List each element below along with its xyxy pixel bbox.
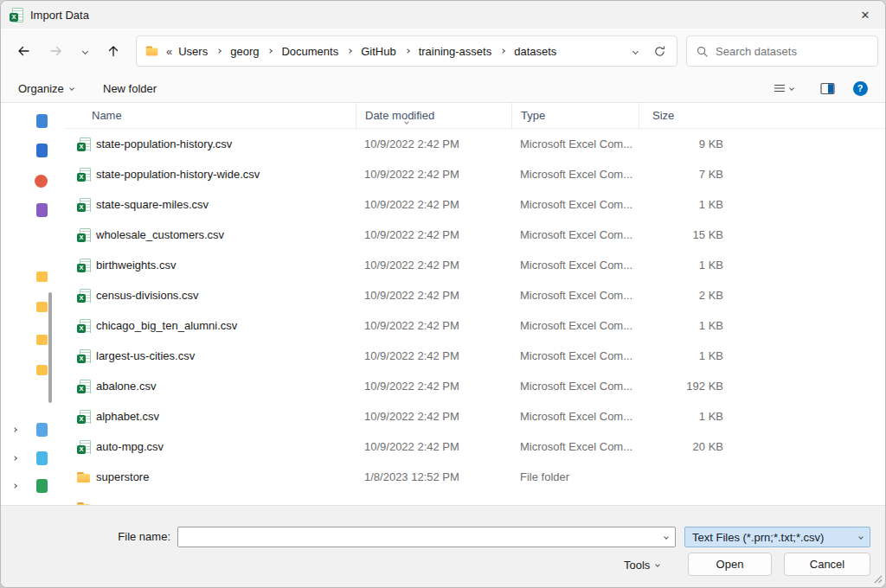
column-header-date-modified[interactable]: Date modified: [356, 103, 511, 128]
breadcrumb-chevron-icon[interactable]: [500, 48, 505, 54]
breadcrumb-item[interactable]: Users: [176, 45, 210, 58]
file-list: Name Date modified Type Size state-popul…: [66, 103, 885, 505]
title-bar: Import Data ✕: [1, 1, 885, 29]
table-row[interactable]: state-population-history.csv 10/9/2022 2…: [66, 129, 885, 159]
help-icon: [853, 81, 868, 96]
expand-chevron-icon[interactable]: [12, 427, 17, 432]
view-options-button[interactable]: [764, 78, 802, 99]
table-row[interactable]: wholesale_customers.csv 10/9/2022 2:42 P…: [66, 220, 885, 250]
sidebar-item[interactable]: [13, 113, 48, 129]
file-type: Microsoft Excel Com...: [511, 380, 639, 393]
file-name: auto-mpg.csv: [96, 440, 164, 453]
open-button[interactable]: Open: [688, 553, 772, 576]
sidebar-item[interactable]: [13, 143, 48, 158]
list-header: Name Date modified Type Size: [66, 103, 885, 129]
breadcrumb-item[interactable]: Documents: [279, 45, 341, 58]
table-row[interactable]: largest-us-cities.csv 10/9/2022 2:42 PM …: [66, 341, 885, 371]
breadcrumb-item[interactable]: datasets: [511, 45, 559, 58]
new-folder-label: New folder: [103, 82, 157, 95]
column-header-size[interactable]: Size: [639, 103, 732, 128]
table-row[interactable]: superstore 1/8/2023 12:52 PM File folder: [66, 462, 885, 492]
refresh-icon[interactable]: [647, 39, 671, 63]
back-button[interactable]: [10, 37, 37, 65]
sidebar-item[interactable]: [13, 332, 48, 348]
expand-chevron-icon[interactable]: [12, 456, 17, 461]
sidebar-item[interactable]: [13, 269, 48, 284]
search-box[interactable]: [686, 35, 878, 67]
file-name-combobox[interactable]: [177, 527, 676, 547]
column-header-type[interactable]: Type: [511, 103, 639, 128]
expand-chevron-icon[interactable]: [12, 483, 17, 489]
address-bar[interactable]: « UsersgeorgDocumentsGitHubtraining-asse…: [136, 35, 677, 67]
file-size: 9 KB: [639, 137, 732, 150]
file-type-dropdown-chevron-icon: [852, 527, 870, 546]
close-icon[interactable]: ✕: [845, 1, 885, 29]
file-date-modified: 10/9/2022 2:42 PM: [356, 168, 511, 181]
table-row[interactable]: census-divisions.csv 10/9/2022 2:42 PM M…: [66, 280, 885, 310]
pinned-item-icon-purple: [36, 203, 48, 217]
sidebar-item[interactable]: [13, 362, 48, 378]
breadcrumb-chevron-icon[interactable]: [405, 48, 410, 54]
breadcrumb-chevron-icon[interactable]: [347, 48, 352, 54]
breadcrumb-chevron-icon[interactable]: [268, 48, 273, 54]
breadcrumb-item[interactable]: training-assets: [416, 45, 495, 58]
file-name: census-divisions.csv: [96, 289, 199, 302]
search-input[interactable]: [716, 45, 869, 58]
sidebar-item[interactable]: [13, 451, 48, 466]
sidebar-item[interactable]: [13, 478, 48, 494]
excel-file-icon: [77, 228, 91, 242]
sidebar-item[interactable]: [13, 173, 48, 189]
recent-locations-chevron-icon[interactable]: [74, 37, 96, 65]
breadcrumb-chevron-icon[interactable]: [216, 48, 222, 54]
table-row[interactable]: alphabet.csv 10/9/2022 2:42 PM Microsoft…: [66, 401, 885, 431]
pinned-item-icon-red: [35, 175, 48, 188]
pinned-item-icon-blue: [36, 114, 48, 128]
column-header-name[interactable]: Name: [66, 103, 356, 128]
breadcrumb-item[interactable]: GitHub: [358, 45, 398, 58]
table-row[interactable]: state-square-miles.csv 10/9/2022 2:42 PM…: [66, 189, 885, 220]
file-date-modified: 10/9/2022 2:42 PM: [356, 289, 511, 302]
footer: File name: Text Files (*.prn;*.txt;*.csv…: [1, 505, 885, 588]
network-icon: [36, 479, 48, 493]
table-row[interactable]: chicago_big_ten_alumni.csv 10/9/2022 2:4…: [66, 310, 885, 341]
sidebar-item[interactable]: [13, 422, 48, 438]
sidebar-scrollbar[interactable]: [48, 292, 52, 403]
chevron-down-icon: [656, 562, 661, 567]
file-size: 20 KB: [639, 440, 732, 453]
file-type: Microsoft Excel Com...: [511, 349, 639, 362]
sidebar-item[interactable]: [13, 299, 48, 315]
file-type: Microsoft Excel Com...: [511, 289, 639, 302]
tools-button[interactable]: Tools: [624, 556, 659, 573]
file-name: state-population-history-wide.csv: [96, 168, 260, 181]
column-label: Name: [92, 109, 122, 122]
table-row[interactable]: abalone.csv 10/9/2022 2:42 PM Microsoft …: [66, 371, 885, 401]
table-row[interactable]: birthweights.csv 10/9/2022 2:42 PM Micro…: [66, 250, 885, 280]
file-name-dropdown-chevron-icon[interactable]: [658, 527, 675, 546]
file-name-input[interactable]: [178, 527, 658, 546]
file-date-modified: 10/9/2022 2:42 PM: [356, 198, 511, 211]
resize-grip[interactable]: [873, 573, 883, 586]
preview-pane-icon[interactable]: [816, 78, 838, 99]
breadcrumb-overflow-icon[interactable]: «: [166, 45, 172, 58]
breadcrumb-item[interactable]: georg: [228, 45, 261, 58]
forward-button[interactable]: [42, 37, 70, 65]
new-folder-button[interactable]: New folder: [103, 74, 157, 103]
file-date-modified: 10/9/2022 2:42 PM: [356, 319, 511, 332]
organize-button[interactable]: Organize: [18, 74, 74, 103]
address-dropdown-chevron-icon[interactable]: [623, 39, 647, 63]
file-type: Microsoft Excel Com...: [511, 198, 639, 211]
help-button[interactable]: [849, 78, 871, 99]
table-row[interactable]: state-population-history-wide.csv 10/9/2…: [66, 159, 885, 189]
sidebar-item[interactable]: [13, 202, 48, 218]
table-row-partial[interactable]: [66, 492, 885, 505]
file-type: Microsoft Excel Com...: [511, 259, 639, 272]
file-size: 1 KB: [639, 319, 732, 332]
file-size: 7 KB: [639, 168, 732, 181]
navigation-bar: « UsersgeorgDocumentsGitHubtraining-asse…: [1, 29, 885, 74]
file-date-modified: 10/9/2022 2:42 PM: [356, 380, 511, 393]
up-button[interactable]: [100, 37, 127, 65]
file-type-select[interactable]: Text Files (*.prn;*.txt;*.csv): [684, 527, 870, 547]
cancel-button[interactable]: Cancel: [784, 553, 870, 576]
table-row[interactable]: auto-mpg.csv 10/9/2022 2:42 PM Microsoft…: [66, 431, 885, 462]
command-bar: Organize New folder: [1, 74, 885, 103]
